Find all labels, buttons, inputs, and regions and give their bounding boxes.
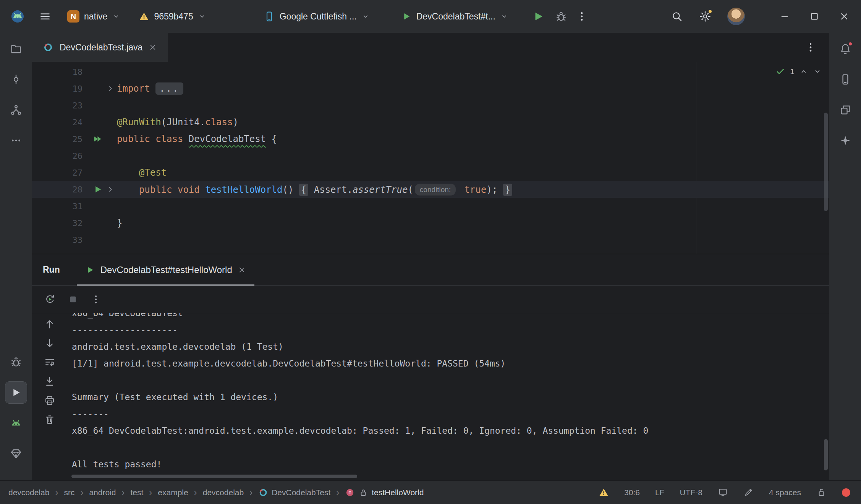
line-number: 25: [32, 134, 83, 144]
console-horizontal-scrollbar[interactable]: [71, 475, 357, 478]
breadcrumb-example[interactable]: example: [158, 488, 188, 497]
analysis-warning-indicator[interactable]: [599, 487, 609, 498]
line-separator[interactable]: LF: [655, 488, 665, 497]
editor-line-32[interactable]: 32}: [32, 215, 829, 231]
fold-indicator[interactable]: [105, 82, 116, 95]
tool-button-debug[interactable]: [5, 351, 27, 373]
play-icon: [531, 10, 545, 23]
editor-line-24[interactable]: 24@RunWith(JUnit4.class): [32, 114, 829, 131]
chevron-up-icon[interactable]: [799, 67, 808, 76]
run-test-gutter-button[interactable]: [91, 183, 105, 196]
title-bar-right: [671, 8, 850, 25]
editor-scrollbar[interactable]: [824, 113, 828, 211]
tool-button-structure[interactable]: [5, 99, 27, 121]
test-run-icon: [85, 265, 95, 275]
token: ...: [155, 82, 183, 95]
clear-all-button[interactable]: [44, 414, 55, 425]
hamburger-icon: [39, 10, 51, 23]
printer-icon: [44, 395, 55, 406]
editor-tab-devcodelabtest[interactable]: DevCodelabTest.java: [32, 33, 168, 62]
down-the-stack-trace-button[interactable]: [44, 338, 55, 349]
device-selector[interactable]: Google Cuttlefish ...: [264, 11, 370, 22]
tool-button-app-quality-insights[interactable]: [5, 443, 27, 464]
rerun-tests-button[interactable]: [44, 294, 56, 305]
more-actions-button[interactable]: [576, 10, 588, 23]
tool-button-running-devices[interactable]: [5, 412, 27, 434]
editor-line-26[interactable]: 26: [32, 147, 829, 164]
file-encoding[interactable]: UTF-8: [680, 488, 702, 497]
tool-button-run[interactable]: [5, 382, 27, 403]
more-options-button[interactable]: [90, 294, 102, 305]
notification-badge: [848, 42, 853, 46]
project-selector[interactable]: N native: [67, 10, 120, 23]
tool-button-more-tool-windows[interactable]: [5, 130, 27, 151]
process-indicator[interactable]: [842, 488, 850, 497]
line-number: 32: [32, 218, 83, 228]
run-class-gutter-button[interactable]: [91, 132, 105, 145]
minimize-button[interactable]: [779, 11, 790, 22]
tool-button-commit[interactable]: [5, 69, 27, 90]
console-line: [72, 439, 829, 456]
editor-line-18[interactable]: 18: [32, 63, 829, 80]
branch-selector[interactable]: 9659b475: [139, 11, 206, 22]
android-studio-window: N native 9659b475 Google Cuttlefish ... …: [0, 0, 861, 504]
breadcrumb-devcodelab[interactable]: devcodelab: [203, 488, 244, 497]
gutter: [83, 183, 117, 196]
tool-button-project[interactable]: [5, 38, 27, 60]
stop-button[interactable]: [67, 294, 79, 305]
editor-line-33[interactable]: 33: [32, 231, 829, 248]
breadcrumb-test[interactable]: test: [130, 488, 143, 497]
run-configuration-selector[interactable]: DevCodelabTest#t...: [401, 11, 508, 22]
print-button[interactable]: [44, 395, 55, 406]
breadcrumb-android[interactable]: android: [89, 488, 116, 497]
console-output[interactable]: x86_64 DevCodelabTest-------------------…: [67, 313, 829, 480]
code-editor[interactable]: 1819import ...2324@RunWith(JUnit4.class)…: [32, 62, 829, 254]
console-line: All tests passed!: [72, 456, 829, 473]
indent-config[interactable]: 4 spaces: [769, 488, 801, 497]
play-icon: [10, 386, 22, 399]
breadcrumb-testHelloWorld[interactable]: testHelloWorld: [345, 488, 424, 498]
tool-button-gemini[interactable]: [835, 130, 856, 151]
editor-line-25[interactable]: 25public class DevCodelabTest {: [32, 131, 829, 147]
run-button[interactable]: [531, 10, 545, 23]
breadcrumb-DevCodelabTest[interactable]: DevCodelabTest: [258, 488, 330, 498]
main-menu-button[interactable]: [39, 10, 51, 23]
up-the-stack-trace-button[interactable]: [44, 318, 55, 330]
inspections-widget[interactable]: 1: [775, 66, 822, 76]
fold-indicator[interactable]: [105, 183, 116, 196]
breadcrumb-label: android: [89, 488, 116, 497]
search-everywhere-button[interactable]: [671, 10, 683, 23]
tool-button-device-explorer[interactable]: [835, 99, 856, 121]
editor-line-19[interactable]: 19import ...: [32, 80, 829, 97]
tab-close-button[interactable]: [149, 43, 157, 52]
close-button[interactable]: [839, 11, 850, 22]
run-class-gutter-icon: [92, 134, 103, 144]
breadcrumb-label: devcodelab: [203, 488, 244, 497]
tab-options-button[interactable]: [804, 41, 817, 53]
breadcrumb-label: devcodelab: [8, 488, 49, 497]
editor-line-27[interactable]: 27 @Test: [32, 164, 829, 181]
editor-line-23[interactable]: 23: [32, 97, 829, 114]
screen-reader-toggle[interactable]: [718, 487, 728, 498]
scroll-to-end-button[interactable]: [44, 376, 55, 387]
token: assertTrue: [353, 184, 408, 195]
settings-button[interactable]: [699, 10, 711, 23]
soft-wrap-button[interactable]: [44, 357, 55, 368]
tool-button-device-manager[interactable]: [835, 69, 856, 90]
run-tab-testhelloworld[interactable]: DevCodelabTest#testHelloWorld: [77, 254, 254, 285]
chevron-down-icon[interactable]: [813, 67, 822, 76]
highlighting-level[interactable]: [743, 487, 754, 498]
debug-button[interactable]: [555, 10, 567, 23]
breadcrumb-src[interactable]: src: [64, 488, 74, 497]
breadcrumb-devcodelab[interactable]: devcodelab: [8, 488, 49, 497]
maximize-button[interactable]: [809, 11, 820, 22]
run-tab-close-button[interactable]: [238, 266, 246, 274]
user-avatar[interactable]: [727, 8, 745, 25]
readonly-toggle[interactable]: [816, 487, 827, 498]
caret-position[interactable]: 30:6: [624, 488, 640, 497]
editor-line-28[interactable]: 28 public void testHelloWorld() { Assert…: [32, 181, 829, 198]
arrowdown-icon: [44, 338, 55, 349]
tool-button-notifications[interactable]: [835, 38, 856, 60]
editor-line-31[interactable]: 31: [32, 198, 829, 215]
console-vertical-scrollbar[interactable]: [824, 439, 828, 470]
